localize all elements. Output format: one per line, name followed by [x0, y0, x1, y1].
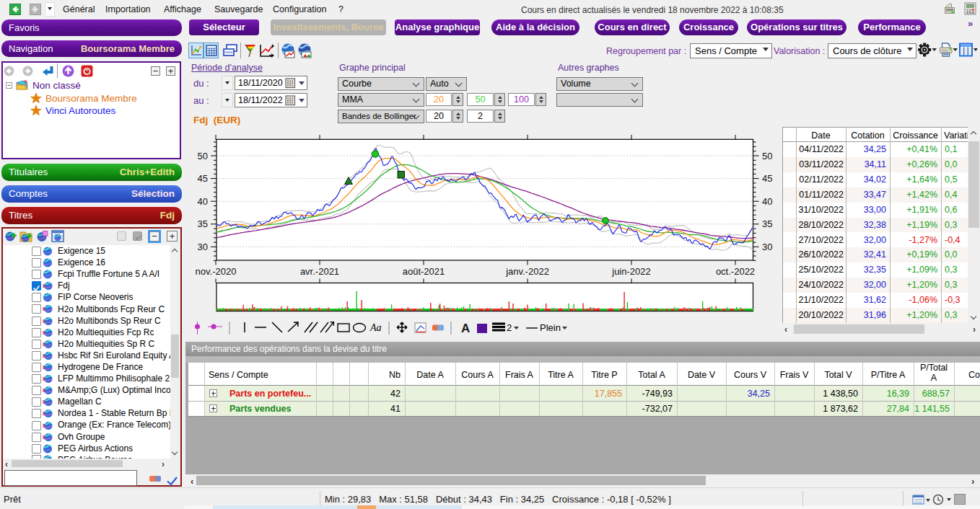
svg-text:Plein: Plein	[540, 322, 561, 333]
svg-text:30: 30	[762, 242, 772, 252]
svg-text:juin-2022: juin-2022	[611, 266, 651, 277]
svg-text:août-2021: août-2021	[403, 266, 445, 277]
svg-text:45: 45	[762, 173, 772, 184]
svg-text:2: 2	[507, 322, 512, 333]
svg-text:avr.-2021: avr.-2021	[300, 266, 339, 277]
svg-text:janv.-2022: janv.-2022	[505, 266, 549, 277]
svg-text:30: 30	[198, 242, 208, 252]
svg-text:40: 40	[762, 196, 772, 207]
svg-text:50: 50	[198, 151, 208, 161]
svg-text:oct.-2022: oct.-2022	[716, 266, 755, 277]
svg-text:35: 35	[762, 218, 772, 229]
svg-text:45: 45	[198, 173, 208, 184]
svg-text:Aa: Aa	[369, 322, 382, 333]
svg-text:nov.-2020: nov.-2020	[196, 266, 237, 277]
svg-text:40: 40	[198, 196, 208, 207]
svg-text:35: 35	[198, 218, 208, 229]
svg-text:50: 50	[762, 151, 772, 161]
svg-text:A: A	[461, 322, 470, 335]
